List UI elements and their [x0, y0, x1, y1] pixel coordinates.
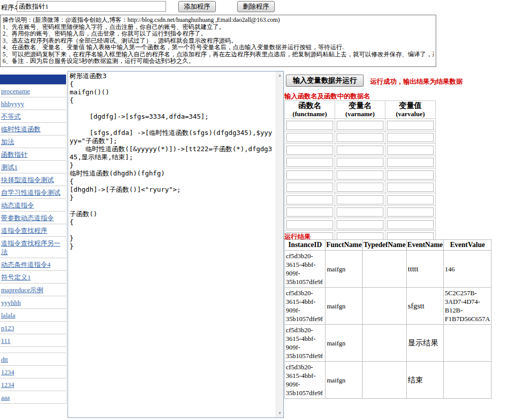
run-with-variables-button[interactable]: 输入变量数据并运行 — [286, 75, 364, 87]
result-cell — [444, 362, 492, 399]
program-link[interactable]: p123 — [1, 324, 14, 332]
varname-input[interactable] — [337, 121, 383, 130]
varvalue-input[interactable] — [387, 183, 434, 192]
varname-input[interactable] — [337, 170, 383, 180]
scroll-up-icon[interactable]: ▲ — [276, 72, 283, 79]
program-link[interactable]: 111 — [1, 337, 11, 344]
result-column-header: InstanceID — [285, 240, 326, 251]
functname-input[interactable] — [286, 220, 333, 229]
result-row: cf5d3b20-3615-4bbf-909f-35b1057dfe9fmaif… — [285, 362, 492, 399]
program-link[interactable]: 测试1 — [1, 163, 18, 171]
varvalue-input[interactable] — [387, 133, 434, 142]
column-subtitle: (varvalue) — [385, 110, 435, 118]
program-link[interactable]: 符号定义1 — [1, 273, 31, 281]
varname-input[interactable] — [337, 220, 383, 229]
result-cell: 5C2C257B-3AD7-4D74-B12B-F1B7D56C657A — [444, 288, 492, 325]
column-subtitle: (varname) — [335, 110, 385, 118]
column-subtitle: (functname) — [285, 110, 335, 118]
program-link[interactable]: 不等式 — [1, 113, 21, 120]
input-table-cell — [285, 131, 335, 144]
program-link[interactable]: 抉择型道指令测试 — [1, 176, 54, 184]
sidebar-item: yyyhhh — [0, 296, 66, 309]
program-name-input[interactable] — [17, 1, 166, 12]
result-cell — [363, 325, 407, 362]
input-table-cell — [285, 119, 335, 131]
functname-input[interactable] — [286, 183, 333, 192]
sidebar-item: 不等式 — [0, 110, 66, 123]
varvalue-input[interactable] — [387, 146, 434, 155]
result-cell — [444, 325, 492, 362]
varname-input[interactable] — [337, 183, 383, 192]
program-link[interactable]: 函数指针 — [1, 151, 27, 158]
result-cell — [363, 362, 407, 399]
scroll-down-icon[interactable]: ▼ — [276, 410, 283, 417]
program-link[interactable]: procename — [1, 87, 30, 95]
program-link[interactable]: 1234 — [1, 381, 14, 389]
editor-scrollbar[interactable]: ▲ ▼ — [276, 72, 283, 417]
varname-input[interactable] — [337, 195, 383, 204]
program-link[interactable]: lalala — [1, 311, 15, 319]
varvalue-input[interactable] — [387, 220, 434, 229]
add-program-button[interactable]: 添加程序 — [178, 1, 216, 12]
program-link[interactable]: 临时性道函数 — [1, 125, 41, 133]
sidebar-item: mapreduce示例 — [0, 284, 66, 296]
input-table-cell — [385, 181, 436, 193]
instruction-line: 5、可以把源码复制下来，在程序名输入框里输入自己的程序名，点添加程序，再在左边程… — [3, 51, 434, 58]
result-column-header: FunctName — [326, 240, 363, 251]
input-table-cell — [285, 181, 335, 193]
program-link[interactable]: mapreduce示例 — [1, 286, 43, 294]
sidebar-item: 道指令查找程序另一法 — [0, 237, 66, 258]
varvalue-input[interactable] — [387, 207, 434, 217]
functname-input[interactable] — [286, 207, 333, 217]
program-link[interactable]: hhhyyyy — [1, 100, 24, 108]
varname-input[interactable] — [337, 133, 383, 142]
input-table-header-row: 函数名(functname)变量名(varname)变量值(varvalue) — [285, 101, 436, 119]
input-table-row — [285, 168, 436, 181]
instruction-line: 6、备注．因为后台服务设定5秒的数据监测，运行可能会达到5秒之久。 — [3, 58, 434, 65]
result-row: cf5d3b20-3615-4bbf-909f-35b1057dfe9fmaif… — [285, 325, 492, 362]
program-link[interactable]: aaa — [1, 394, 10, 401]
result-cell: ttttt — [407, 251, 444, 288]
functname-input[interactable] — [286, 121, 333, 130]
functname-input[interactable] — [286, 158, 333, 167]
program-link[interactable]: 1234 — [1, 368, 14, 376]
sidebar-item: p123 — [0, 322, 66, 334]
sidebar-item: 111 — [0, 334, 66, 347]
input-table-row — [285, 205, 436, 218]
program-link[interactable]: 加法 — [1, 138, 14, 146]
functname-input[interactable] — [286, 133, 333, 142]
functname-input[interactable] — [286, 170, 333, 180]
varname-input[interactable] — [337, 207, 383, 217]
input-table-cell — [335, 156, 385, 168]
result-cell — [363, 288, 407, 325]
varvalue-input[interactable] — [387, 121, 434, 130]
column-title: 变量值 — [385, 101, 435, 110]
program-link[interactable]: 带参数动态道指令 — [1, 214, 54, 222]
source-code-editor[interactable]: 树形道函数3 { maifgn()() { [dgdfg]->[sfgs=333… — [68, 71, 284, 418]
instruction-line: 3、选左边程序列表的程序（全部已经调试、测试过了），源码框就会显示改程序源码。 — [3, 38, 434, 45]
program-link[interactable]: 自学习性道指令测试 — [1, 189, 60, 196]
functname-input[interactable] — [286, 195, 333, 204]
input-table-cell — [385, 193, 436, 206]
functname-input[interactable] — [286, 146, 333, 155]
result-cell: cf5d3b20-3615-4bbf-909f-35b1057dfe9f — [285, 362, 326, 399]
input-table-row — [285, 218, 436, 231]
program-link[interactable]: dtt — [1, 356, 8, 363]
result-column-header: TypedefName — [363, 240, 407, 251]
varvalue-input[interactable] — [387, 158, 434, 167]
result-cell: maifgn — [326, 288, 363, 325]
program-link[interactable]: 道指令查找程序 — [1, 227, 47, 234]
varname-input[interactable] — [337, 146, 383, 155]
source-code-text[interactable]: 树形道函数3 { maifgn()() { [dgdfg]->[sfgs=333… — [70, 72, 276, 417]
varname-input[interactable] — [337, 158, 383, 167]
program-link[interactable]: 道指令查找程序另一法 — [1, 239, 60, 256]
varvalue-input[interactable] — [387, 170, 434, 180]
delete-program-button[interactable]: 删除程序 — [237, 1, 275, 12]
varvalue-input[interactable] — [387, 195, 434, 204]
sidebar-item: aaa — [0, 391, 66, 404]
program-link[interactable]: yyyhhh — [1, 299, 21, 306]
program-link[interactable]: 动态条件道指令4 — [1, 261, 51, 268]
input-table-cell — [335, 144, 385, 156]
sidebar-item: procename — [0, 85, 66, 97]
program-link[interactable]: 动态道指令 — [1, 201, 34, 209]
